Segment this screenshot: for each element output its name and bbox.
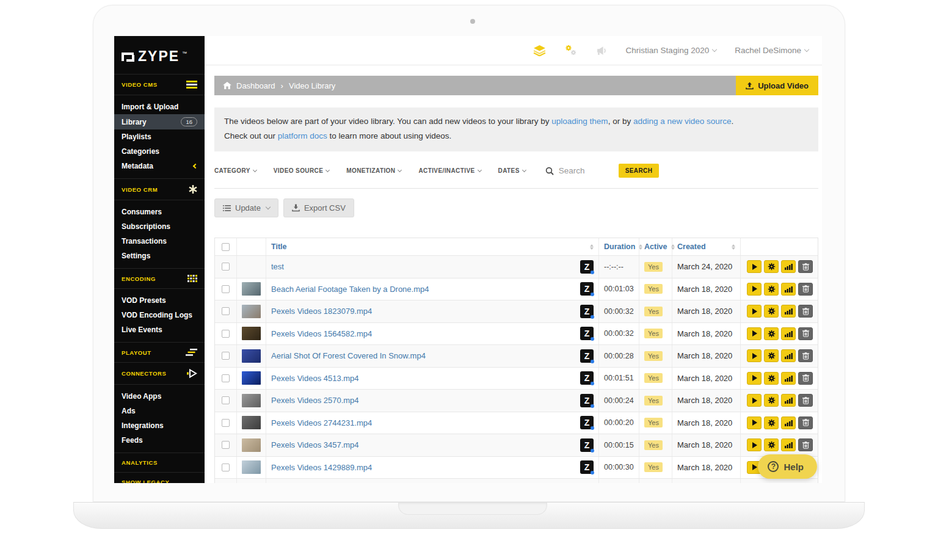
- sidebar-item-integrations[interactable]: Integrations: [114, 418, 205, 433]
- row-checkbox[interactable]: [222, 352, 230, 360]
- column-header-active[interactable]: Active: [639, 238, 672, 255]
- inline-link[interactable]: platform docs: [278, 131, 327, 140]
- sidebar-section-connectors[interactable]: CONNECTORS: [114, 362, 205, 385]
- sidebar-item-metadata[interactable]: Metadata: [114, 159, 205, 173]
- sidebar-section-analytics[interactable]: ANALYTICS: [114, 453, 205, 473]
- delete-button[interactable]: [798, 416, 813, 429]
- sidebar-item-import-upload[interactable]: Import & Upload: [114, 100, 205, 114]
- analytics-button[interactable]: [781, 327, 796, 340]
- play-button[interactable]: [747, 349, 762, 362]
- gears-icon[interactable]: [564, 45, 578, 56]
- settings-button[interactable]: [764, 394, 779, 407]
- analytics-button[interactable]: [781, 394, 796, 407]
- column-header-created[interactable]: Created: [672, 238, 741, 255]
- search-button[interactable]: SEARCH: [619, 164, 660, 178]
- sidebar-section-show-legacy-navigation[interactable]: SHOW LEGACY NAVIGATION: [114, 472, 205, 483]
- row-checkbox[interactable]: [222, 441, 230, 449]
- delete-button[interactable]: [798, 305, 813, 318]
- delete-button[interactable]: [798, 260, 813, 273]
- sidebar-item-library[interactable]: Library16: [114, 114, 205, 129]
- sidebar-item-playlists[interactable]: Playlists: [114, 129, 205, 144]
- play-button[interactable]: [747, 416, 762, 429]
- breadcrumb-dashboard[interactable]: Dashboard: [236, 81, 275, 90]
- video-title-link[interactable]: Pexels Videos 3457.mp4: [271, 440, 359, 449]
- sidebar-section-encoding[interactable]: ENCODING: [114, 268, 205, 289]
- filter-dates[interactable]: DATES: [498, 167, 526, 174]
- analytics-button[interactable]: [781, 260, 796, 273]
- delete-button[interactable]: [798, 372, 813, 385]
- sidebar-section-playout[interactable]: PLAYOUT: [114, 342, 205, 363]
- sidebar-item-transactions[interactable]: Transactions: [114, 234, 205, 249]
- settings-button[interactable]: [764, 305, 779, 318]
- settings-button[interactable]: [764, 438, 779, 451]
- export-csv-button[interactable]: Export CSV: [283, 198, 354, 217]
- analytics-button[interactable]: [781, 349, 796, 362]
- analytics-button[interactable]: [781, 372, 796, 385]
- sidebar-item-video-apps[interactable]: Video Apps: [114, 389, 205, 404]
- help-button[interactable]: ? Help: [758, 454, 817, 479]
- video-title-link[interactable]: Pexels Videos 4513.mp4: [271, 374, 359, 383]
- row-checkbox[interactable]: [222, 396, 230, 404]
- inline-link[interactable]: uploading them: [551, 117, 608, 126]
- row-checkbox[interactable]: [222, 263, 230, 271]
- account-switcher[interactable]: Christian Staging 2020: [626, 46, 717, 55]
- delete-button[interactable]: [798, 283, 813, 296]
- search-input[interactable]: [559, 166, 602, 175]
- video-title-link[interactable]: Pexels Videos 1823079.mp4: [271, 307, 372, 316]
- sidebar-item-consumers[interactable]: Consumers: [114, 205, 205, 219]
- delete-button[interactable]: [798, 394, 813, 407]
- inline-link[interactable]: adding a new video source: [633, 117, 732, 126]
- play-button[interactable]: [747, 305, 762, 318]
- analytics-button[interactable]: [781, 438, 796, 451]
- play-button[interactable]: [747, 372, 762, 385]
- sidebar-item-vod-encoding-logs[interactable]: VOD Encoding Logs: [114, 308, 205, 322]
- delete-button[interactable]: [798, 327, 813, 340]
- play-button[interactable]: [747, 438, 762, 451]
- row-checkbox[interactable]: [222, 464, 230, 471]
- sidebar-item-ads[interactable]: Ads: [114, 404, 205, 418]
- row-checkbox[interactable]: [222, 374, 230, 382]
- filter-video-source[interactable]: VIDEO SOURCE: [274, 167, 329, 174]
- settings-button[interactable]: [764, 416, 779, 429]
- update-button[interactable]: Update: [214, 198, 278, 217]
- filter-category[interactable]: CATEGORY: [214, 167, 256, 174]
- play-button[interactable]: [747, 283, 762, 296]
- column-header-title[interactable]: Title: [266, 238, 599, 255]
- megaphone-icon[interactable]: [596, 46, 608, 56]
- column-header-duration[interactable]: Duration: [599, 238, 639, 255]
- delete-button[interactable]: [798, 349, 813, 362]
- video-title-link[interactable]: Pexels Videos 2744231.mp4: [271, 418, 372, 427]
- video-title-link[interactable]: Beach Aerial Footage Taken by a Drone.mp…: [271, 285, 429, 294]
- video-title-link[interactable]: Aerial Shot Of Forest Covered In Snow.mp…: [271, 351, 426, 360]
- filter-active-inactive[interactable]: ACTIVE/INACTIVE: [418, 167, 481, 174]
- sidebar-item-feeds[interactable]: Feeds: [114, 433, 205, 448]
- play-button[interactable]: [747, 327, 762, 340]
- settings-button[interactable]: [764, 349, 779, 362]
- sidebar-section-video-crm[interactable]: VIDEO CRM: [114, 178, 205, 200]
- settings-button[interactable]: [764, 283, 779, 296]
- sidebar-section-video-cms[interactable]: VIDEO CMS: [114, 74, 205, 95]
- upload-video-button[interactable]: Upload Video: [736, 76, 818, 95]
- sidebar-item-vod-presets[interactable]: VOD Presets: [114, 293, 205, 308]
- sidebar-item-categories[interactable]: Categories: [114, 144, 205, 159]
- select-all-checkbox[interactable]: [222, 243, 230, 251]
- zype-logo[interactable]: ZYPE ™: [114, 36, 205, 75]
- settings-button[interactable]: [764, 327, 779, 340]
- analytics-button[interactable]: [781, 283, 796, 296]
- sidebar-item-live-events[interactable]: Live Events: [114, 322, 205, 337]
- user-menu[interactable]: Rachel DeSimone: [735, 46, 809, 55]
- analytics-button[interactable]: [781, 416, 796, 429]
- play-button[interactable]: [747, 260, 762, 273]
- settings-button[interactable]: [764, 260, 779, 273]
- row-checkbox[interactable]: [222, 419, 230, 427]
- row-checkbox[interactable]: [222, 307, 230, 315]
- video-title-link[interactable]: Pexels Videos 1564582.mp4: [271, 329, 372, 338]
- sidebar-item-settings[interactable]: Settings: [114, 249, 205, 263]
- play-button[interactable]: [747, 394, 762, 407]
- video-title-link[interactable]: Pexels Videos 1429889.mp4: [271, 463, 372, 472]
- row-checkbox[interactable]: [222, 285, 230, 293]
- filter-monetization[interactable]: MONETIZATION: [346, 167, 401, 174]
- video-title-link[interactable]: test: [271, 262, 284, 271]
- layers-icon[interactable]: [533, 45, 546, 56]
- row-checkbox[interactable]: [222, 330, 230, 338]
